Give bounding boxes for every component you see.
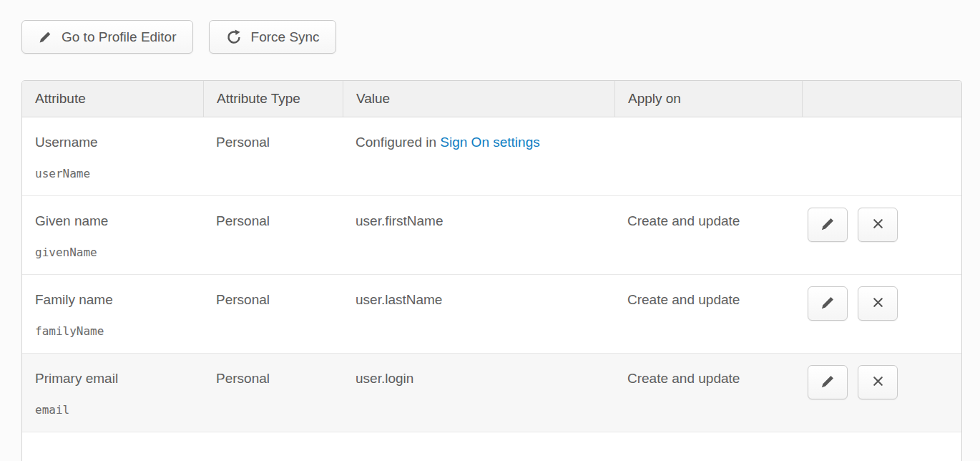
force-sync-button[interactable]: Force Sync bbox=[209, 20, 336, 54]
attribute-cell: Primary email email bbox=[22, 354, 203, 432]
value-cell: user.firstName bbox=[343, 196, 614, 274]
close-icon bbox=[870, 215, 886, 234]
attribute-cell: Family name familyName bbox=[22, 275, 203, 353]
attribute-label: Family name bbox=[35, 292, 203, 308]
pencil-icon bbox=[820, 373, 836, 392]
actions-cell bbox=[802, 196, 961, 274]
apply-on-cell bbox=[614, 117, 802, 195]
attribute-label: Primary email bbox=[35, 371, 203, 387]
attribute-variable-name: familyName bbox=[35, 325, 203, 338]
delete-attribute-button[interactable] bbox=[858, 208, 898, 242]
value-text: Configured in bbox=[356, 135, 440, 150]
column-header-actions bbox=[802, 81, 961, 117]
actions-cell bbox=[802, 117, 961, 195]
value-cell: user.lastName bbox=[343, 275, 614, 353]
column-header-apply-on: Apply on bbox=[614, 81, 802, 117]
apply-on-cell: Create and update bbox=[614, 354, 802, 432]
edit-attribute-button[interactable] bbox=[808, 208, 848, 242]
table-header-row: Attribute Attribute Type Value Apply on bbox=[22, 81, 961, 117]
column-header-value: Value bbox=[343, 81, 614, 117]
edit-attribute-button[interactable] bbox=[808, 365, 848, 399]
attribute-cell: Given name givenName bbox=[22, 196, 203, 274]
edit-attribute-button[interactable] bbox=[808, 286, 848, 321]
table-row: Username userName Personal Configured in… bbox=[22, 117, 961, 196]
attribute-variable-name: email bbox=[35, 404, 203, 417]
pencil-icon bbox=[38, 29, 53, 44]
value-cell: Configured in Sign On settings bbox=[343, 117, 614, 195]
apply-on-cell: Create and update bbox=[614, 275, 802, 353]
attribute-type-cell: Personal bbox=[203, 354, 343, 432]
attribute-type-cell: Personal bbox=[203, 275, 343, 353]
table-row-partial bbox=[22, 432, 961, 461]
pencil-icon bbox=[820, 215, 836, 234]
delete-attribute-button[interactable] bbox=[858, 365, 898, 399]
delete-attribute-button[interactable] bbox=[858, 286, 898, 321]
go-to-profile-editor-button[interactable]: Go to Profile Editor bbox=[21, 20, 193, 54]
attribute-label: Given name bbox=[35, 213, 203, 229]
attribute-type-cell: Personal bbox=[203, 117, 343, 195]
attribute-mappings-table: Attribute Attribute Type Value Apply on … bbox=[21, 80, 962, 461]
value-cell: user.login bbox=[343, 354, 614, 432]
table-row: Family name familyName Personal user.las… bbox=[22, 275, 961, 354]
toolbar: Go to Profile Editor Force Sync bbox=[21, 20, 336, 54]
attribute-cell: Username userName bbox=[22, 117, 203, 195]
table-row: Given name givenName Personal user.first… bbox=[22, 196, 961, 275]
column-header-attribute: Attribute bbox=[22, 81, 203, 117]
attribute-type-cell: Personal bbox=[203, 196, 343, 274]
actions-cell bbox=[802, 275, 961, 353]
actions-cell bbox=[802, 354, 961, 432]
go-to-profile-editor-label: Go to Profile Editor bbox=[62, 29, 177, 45]
force-sync-label: Force Sync bbox=[251, 29, 320, 45]
attribute-variable-name: givenName bbox=[35, 246, 203, 259]
attribute-variable-name: userName bbox=[35, 168, 203, 180]
attribute-label: Username bbox=[35, 135, 203, 150]
sign-on-settings-link[interactable]: Sign On settings bbox=[440, 135, 539, 150]
table-row: Primary email email Personal user.login … bbox=[22, 354, 961, 432]
column-header-attribute-type: Attribute Type bbox=[203, 81, 343, 117]
apply-on-cell: Create and update bbox=[614, 196, 802, 274]
refresh-icon bbox=[225, 29, 242, 46]
close-icon bbox=[870, 294, 886, 313]
pencil-icon bbox=[820, 294, 836, 313]
close-icon bbox=[870, 373, 886, 392]
